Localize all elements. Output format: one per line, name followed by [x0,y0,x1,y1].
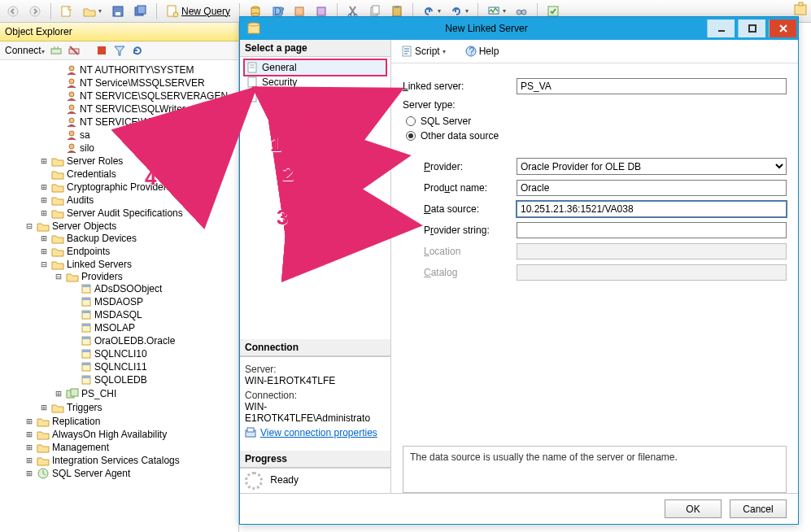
script-icon [401,46,412,57]
product-name-input[interactable] [517,180,787,196]
tree-node-server-audit-specs[interactable]: ⊞Server Audit Specifications [39,207,238,219]
tree-node-backup-devices[interactable]: ⊞Backup Devices [39,233,238,244]
save-button[interactable] [108,3,128,20]
provider-label: Provider: [403,161,517,172]
tree-node-replication[interactable]: ⊞Replication [24,416,238,427]
tree-node-triggers[interactable]: ⊞Triggers [39,402,238,413]
tree-node-login[interactable]: NT SERVICE\SQLSERVERAGEN [54,90,238,102]
tree-node-login[interactable]: NT Service\MSSQLSERVER [54,77,238,89]
cancel-button[interactable]: Cancel [730,499,787,518]
svg-rect-67 [248,77,256,87]
server-value: WIN-E1ROTK4TLFE [245,375,386,386]
tree-label: OraOLEDB.Oracle [94,335,175,347]
filter-icon[interactable] [113,44,126,57]
tree-node-crypto-providers[interactable]: ⊞Cryptographic Providers [39,181,238,193]
tree-node-provider[interactable]: MSOLAP [68,322,238,334]
stop-icon[interactable] [95,44,108,57]
tree-node-provider[interactable]: ADsDSOObject [68,283,238,294]
svg-rect-48 [82,337,90,339]
progress-spinner-icon [245,472,263,490]
user-icon [66,116,77,128]
tree-node-server-roles[interactable]: ⊞Server Roles [39,155,238,167]
help-button[interactable]: ?Help [462,44,503,59]
connect-icon[interactable] [50,44,63,57]
maximize-button[interactable] [738,20,765,37]
tree-node-provider[interactable]: OraOLEDB.Oracle [68,335,238,347]
data-source-input[interactable] [517,201,787,217]
dialog-left-pane: Select a page General Security Server Op… [240,40,391,493]
tree-node-management[interactable]: ⊞Management [24,442,238,453]
script-button[interactable]: Script ▾ [398,44,449,59]
tree-node-server-objects[interactable]: ⊟Server Objects [24,220,238,232]
dialog-titlebar[interactable]: New Linked Server [240,17,798,40]
tree-node-login[interactable]: sa [54,129,238,141]
disconnect-icon[interactable] [68,44,81,57]
page-general[interactable]: General [245,60,386,75]
nav-forward-button[interactable] [25,3,45,20]
tree-node-provider[interactable]: SQLOLEDB [68,374,238,386]
radio-other-data-source[interactable]: Other data source [406,130,787,142]
provider-icon [81,283,92,294]
tree-label: SQLNCLI11 [94,361,147,373]
tree-node-audits[interactable]: ⊞Audits [39,194,238,206]
svg-rect-68 [248,92,256,102]
tree-node-provider[interactable]: MSDAOSP [68,296,238,307]
ok-button[interactable]: OK [665,499,722,518]
tree-label: MSOLAP [94,322,135,334]
tree-node-provider[interactable]: SQLNCLI11 [68,361,238,373]
user-icon [66,77,77,89]
tree-label: Credentials [67,168,116,180]
tree-node-login[interactable]: NT SERVICE\Winmgmt [54,116,238,128]
provider-string-input[interactable] [517,222,787,238]
folder-icon [37,430,50,440]
tree-node-login[interactable]: NT AUTHORITY\SYSTEM [54,64,238,76]
tree-node-providers[interactable]: ⊟Providers [54,271,238,282]
linked-server-label: Linked server: [403,81,517,92]
tree-node-credentials[interactable]: Credentials [39,168,238,180]
tree-node-ps-chi[interactable]: ⊞PS_CHI [54,388,238,399]
object-explorer-panel: Object Explorer Connect▾ NT AUTHORITY\SY… [0,23,239,532]
tree-label: Server Roles [67,155,123,167]
radio-sql-server[interactable]: SQL Server [406,116,787,127]
folder-icon [51,195,64,206]
minimize-button[interactable] [707,20,735,37]
tree-node-endpoints[interactable]: ⊞Endpoints [39,246,238,257]
tree-node-login[interactable]: NT SERVICE\SQLWriter [54,103,238,115]
svg-rect-50 [82,350,90,352]
refresh-icon[interactable] [131,44,144,57]
new-query-button[interactable]: New Query [163,3,233,20]
svg-point-32 [69,66,74,71]
linked-server-input[interactable] [517,78,787,94]
nav-back-button[interactable] [3,3,23,20]
user-icon [66,90,77,102]
view-connection-properties-link[interactable]: View connection properties [245,427,377,438]
save-all-button[interactable] [131,3,150,20]
open-button[interactable]: ▾ [80,3,105,20]
close-button[interactable] [769,20,796,37]
tree-node-provider[interactable]: SQLNCLI10 [68,348,238,360]
svg-point-35 [69,105,74,110]
svg-rect-6 [137,6,146,14]
tree-label: Providers [81,271,123,282]
puzzle-icon [793,2,806,15]
object-explorer-tree[interactable]: NT AUTHORITY\SYSTEM NT Service\MSSQLSERV… [0,60,238,524]
linked-server-icon [66,388,79,399]
tree-node-isc[interactable]: ⊞Integration Services Catalogs [24,455,238,466]
extensions-button[interactable] [793,2,806,17]
page-security[interactable]: Security [245,75,386,89]
tree-node-provider[interactable]: MSDASQL [68,309,238,321]
new-button[interactable] [57,3,76,20]
tree-node-linked-servers[interactable]: ⊟Linked Servers [39,259,238,270]
tree-label: NT SERVICE\SQLWriter [80,103,185,115]
tree-node-alwayson[interactable]: ⊞AlwaysOn High Availability [24,429,238,440]
svg-point-59 [248,23,259,26]
page-server-options[interactable]: Server Options [245,89,386,104]
tree-node-login[interactable]: silo [54,142,238,154]
folder-icon [66,272,79,282]
tree-node-sql-server-agent[interactable]: ⊞SQL Server Agent [24,468,238,479]
connect-dropdown[interactable]: Connect▾ [5,45,45,56]
dialog-right-pane: Script ▾ ?Help Linked server: Server typ… [391,40,798,493]
svg-rect-21 [395,6,399,8]
svg-rect-54 [82,376,90,378]
provider-select[interactable]: Oracle Provider for OLE DB [517,158,787,175]
